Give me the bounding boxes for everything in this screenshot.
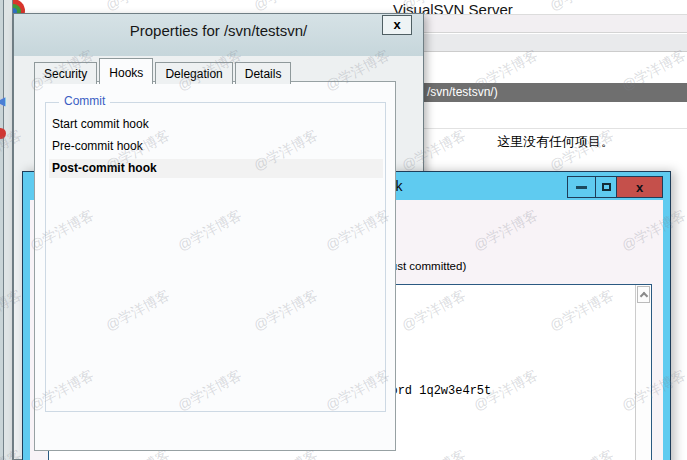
properties-titlebar[interactable]: Properties for /svn/testsvn/ x	[14, 14, 423, 56]
minimize-button[interactable]	[567, 176, 596, 198]
background-window-edge	[0, 0, 13, 460]
maximize-button[interactable]	[595, 176, 617, 198]
hook-item[interactable]: Post-commit hook	[49, 159, 383, 178]
chevron-up-icon	[639, 292, 647, 300]
properties-dialog: Properties for /svn/testsvn/ x SecurityH…	[13, 13, 424, 460]
tab-hooks[interactable]: Hooks	[99, 58, 153, 84]
caption-buttons: x	[568, 176, 663, 198]
hook-item[interactable]: Pre-commit hook	[49, 137, 383, 156]
close-button[interactable]: x	[616, 176, 663, 198]
properties-tab-bar: SecurityHooksDelegationDetails	[34, 58, 293, 84]
commit-group-box: Commit Start commit hookPre-commit hookP…	[45, 102, 386, 412]
screen: VisualSVN Server /svn/testsvn/) 这里没有任何项目…	[0, 0, 687, 460]
commit-group-label: Commit	[59, 94, 110, 108]
toolbar-band	[424, 34, 687, 52]
scroll-up-button[interactable]	[637, 286, 650, 303]
empty-list-message: 这里没有任何项目。	[424, 133, 687, 151]
content-separator	[424, 128, 687, 129]
hook-item[interactable]: Start commit hook	[49, 115, 383, 134]
hook-list: Start commit hookPre-commit hookPost-com…	[46, 115, 385, 178]
script-scrollbar[interactable]	[635, 285, 651, 460]
tab-security[interactable]: Security	[34, 62, 97, 84]
tab-delegation[interactable]: Delegation	[155, 62, 232, 84]
maximize-icon	[602, 183, 611, 191]
hooks-tab-panel: Commit Start commit hookPre-commit hookP…	[34, 81, 396, 451]
menu-band	[424, 14, 687, 33]
properties-dialog-title: Properties for /svn/testsvn/	[14, 14, 423, 39]
close-icon: x	[636, 180, 643, 195]
properties-close-button[interactable]: x	[382, 15, 412, 35]
minimize-icon	[576, 186, 587, 189]
back-arrow-icon[interactable]: ◀	[0, 94, 5, 108]
tab-details[interactable]: Details	[235, 62, 292, 84]
repository-path-bar: /svn/testsvn/)	[424, 83, 687, 102]
